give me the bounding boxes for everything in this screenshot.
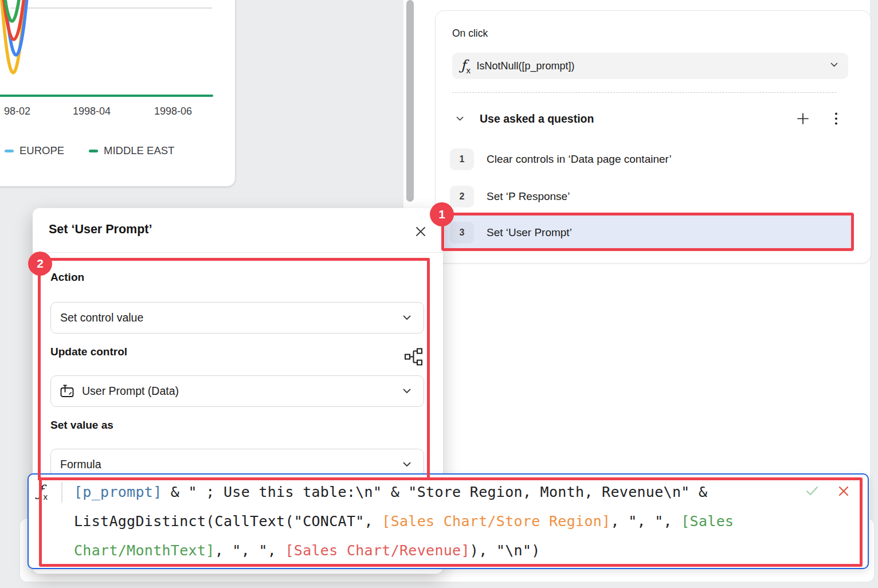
modal-header-divider [33, 252, 443, 253]
step-label: Set ‘P Response’ [487, 190, 570, 203]
dashed-divider [452, 92, 836, 93]
chevron-down-icon [456, 116, 464, 121]
close-icon[interactable] [413, 224, 428, 239]
annotation-box-formula [39, 477, 863, 567]
section-title: Use asked a question [480, 112, 594, 126]
step-number-badge: 1 [450, 148, 474, 170]
condition-formula-dropdown[interactable]: ƒx IsNotNull([p_prompt]) [452, 53, 848, 79]
step-label: Clear controls in ‘Data page container’ [487, 153, 672, 166]
kebab-menu-icon[interactable] [828, 110, 845, 127]
chevron-down-icon [830, 62, 838, 68]
action-step-row[interactable]: 2 Set ‘P Response’ [445, 183, 852, 210]
chart-line-series [0, 0, 50, 86]
chart-axis-line [0, 95, 213, 97]
vertical-scrollbar[interactable] [406, 0, 414, 202]
modal-title: Set ‘User Prompt’ [49, 222, 152, 237]
legend-swatch-middle-east [89, 150, 98, 152]
condition-formula-value: IsNotNull([p_prompt]) [476, 60, 574, 72]
annotation-badge-2: 2 [28, 252, 52, 276]
section-header-use-asked-a-question[interactable]: Use asked a question [452, 109, 853, 128]
annotation-box-step-row [441, 213, 854, 251]
legend-label: EUROPE [19, 144, 64, 157]
legend-label: MIDDLE EAST [104, 144, 174, 157]
fx-icon: ƒx [461, 57, 470, 75]
sales-chart-card: 98-02 1998-04 1998-06 EUROPE MIDDLE EAST [0, 0, 235, 186]
legend-item-middle-east[interactable]: MIDDLE EAST [89, 144, 174, 157]
annotation-box-modal-fields [38, 258, 430, 480]
x-tick: 1998-04 [73, 105, 111, 117]
add-action-button[interactable] [794, 110, 812, 127]
annotation-badge-1: 1 [430, 202, 454, 226]
step-number-badge: 2 [450, 186, 474, 207]
app-screenshot: 98-02 1998-04 1998-06 EUROPE MIDDLE EAST… [0, 0, 878, 588]
on-click-label: On click [452, 28, 488, 40]
legend-item-europe[interactable]: EUROPE [5, 144, 64, 157]
x-tick: 98-02 [4, 105, 30, 117]
x-tick: 1998-06 [154, 105, 192, 117]
legend-swatch-europe [5, 150, 14, 152]
action-step-row[interactable]: 1 Clear controls in ‘Data page container… [445, 146, 852, 173]
